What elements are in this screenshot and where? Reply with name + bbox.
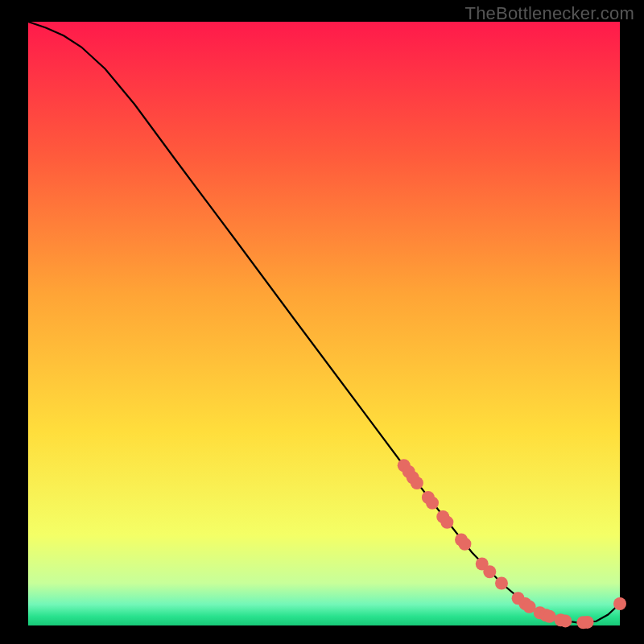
data-marker: [543, 610, 556, 623]
data-marker: [426, 497, 439, 510]
data-marker: [559, 614, 572, 627]
data-marker: [495, 577, 508, 590]
data-marker: [411, 477, 423, 489]
data-marker: [440, 516, 453, 529]
data-marker: [581, 616, 594, 629]
data-marker: [613, 597, 626, 610]
chart-svg: [0, 0, 644, 644]
data-marker: [483, 565, 496, 578]
plot-background: [28, 22, 620, 625]
chart-wrapper: TheBottlenecker.com: [0, 0, 644, 644]
data-marker: [458, 538, 471, 551]
watermark: TheBottlenecker.com: [465, 3, 634, 24]
